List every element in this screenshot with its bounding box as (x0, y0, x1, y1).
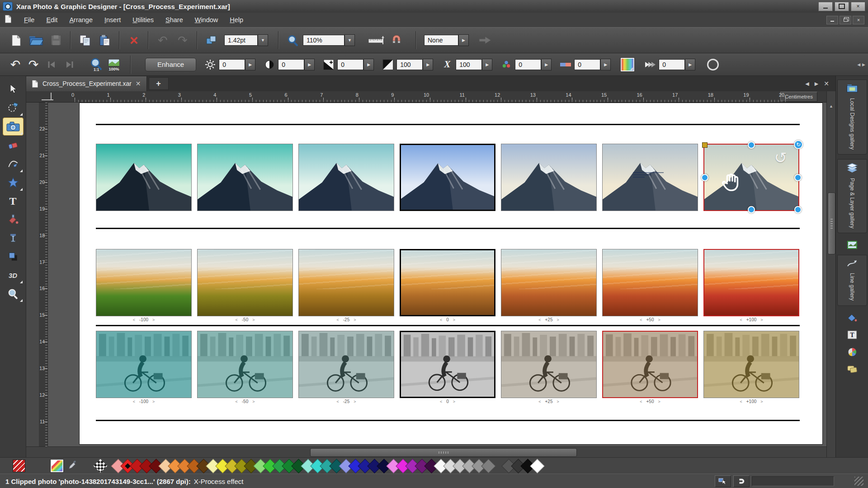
photo-gallery-icon[interactable] (843, 238, 861, 252)
thumbnail-mountain-5[interactable] (501, 144, 597, 211)
contrast-stepper-button[interactable]: ▶ (304, 59, 315, 70)
thumbnail-mountain-7[interactable]: ↻ ↺ (703, 144, 799, 211)
tool-quickshape-star[interactable] (3, 174, 23, 191)
redo-icon[interactable]: ↷ (173, 31, 193, 50)
step-label-sunset-2[interactable]: <-50> (197, 317, 293, 322)
open-folder-icon[interactable] (26, 31, 46, 50)
tab-line-gallery[interactable]: Line gallery (837, 255, 867, 305)
step-label-sunset-4[interactable]: <0> (400, 317, 495, 322)
toolbar-overflow-left-icon[interactable]: ◀ (857, 62, 860, 67)
step-label-sunset-7[interactable]: <+100> (703, 317, 799, 322)
sharpen-blur-field[interactable]: 0 ▶ (659, 59, 695, 70)
thumbnail-sunset-7[interactable] (703, 249, 799, 316)
saturation-value[interactable]: 100 (456, 59, 482, 70)
step-label-street-7[interactable]: <+100> (703, 399, 799, 404)
temperature-stepper-button[interactable]: ▶ (600, 59, 611, 70)
paste-format-icon[interactable] (202, 31, 222, 50)
step-label-sunset-6[interactable]: <+50> (602, 317, 698, 322)
rotate-handle-icon[interactable]: ↻ (794, 140, 803, 149)
color-balance-stepper-button[interactable]: ▶ (541, 59, 552, 70)
menu-insert[interactable]: Insert (99, 16, 127, 23)
step-label-street-6[interactable]: <+50> (602, 399, 698, 404)
thumbnail-sunset-5[interactable] (501, 249, 597, 316)
horizontal-scrollbar-thumb[interactable] (310, 448, 577, 457)
fill-gallery-icon[interactable] (843, 310, 861, 325)
feather-select[interactable]: None ▶ (424, 34, 469, 46)
divider-rule[interactable] (96, 228, 800, 229)
thumbnail-sunset-1[interactable] (96, 249, 192, 316)
selection-handle-e[interactable] (794, 174, 802, 181)
thumbnail-street-6[interactable] (602, 331, 698, 398)
menu-utilities[interactable]: Utilities (127, 16, 160, 23)
thumbnail-street-1[interactable] (96, 331, 192, 398)
thumbnail-mountain-6[interactable] (602, 144, 698, 211)
selection-handle-n[interactable] (748, 141, 755, 149)
sharpen-blur-value[interactable]: 0 (659, 59, 685, 70)
scroll-up-icon[interactable]: ▲ (829, 104, 833, 108)
divider-rule[interactable] (96, 420, 800, 421)
shadows-field[interactable]: 0 ▶ (337, 59, 374, 70)
divider-rule[interactable] (96, 124, 800, 125)
line-width-select[interactable]: 1.42pt ▼ (224, 34, 268, 46)
step-label-sunset-5[interactable]: <+25> (501, 317, 597, 322)
tool-3d-extrude[interactable]: 3D (3, 267, 23, 284)
no-color-swatch[interactable] (93, 458, 108, 474)
brightness-value[interactable]: 0 (219, 59, 245, 70)
menu-edit[interactable]: Edit (40, 16, 63, 23)
color-editor-icon[interactable] (51, 460, 63, 472)
brightness-stepper-button[interactable]: ▶ (245, 59, 255, 70)
saturation-field[interactable]: 100 ▶ (456, 59, 492, 70)
snap-magnet-icon[interactable] (387, 31, 406, 50)
tab-scroll-left-icon[interactable]: ◀ (805, 81, 809, 87)
swatch-39[interactable] (481, 459, 496, 474)
zoom-tool-icon[interactable] (283, 31, 303, 50)
toolbar-overflow-right-icon[interactable]: ▶ (862, 62, 865, 67)
step-label-sunset-3[interactable]: <-25> (298, 317, 394, 322)
tab-close-icon[interactable]: ✕ (136, 80, 141, 87)
paste-icon[interactable] (95, 31, 115, 50)
rotate-right-icon[interactable]: ↷ (24, 56, 42, 73)
tool-selector[interactable] (3, 80, 23, 98)
doc-restore-button[interactable] (840, 16, 851, 24)
copy-icon[interactable] (75, 31, 95, 50)
thumbnail-sunset-2[interactable] (197, 249, 293, 316)
fonts-gallery-icon[interactable]: T (843, 328, 861, 342)
tab-page-layer-gallery[interactable]: Page & Layer gallery (837, 159, 867, 233)
color-select-icon[interactable] (621, 58, 634, 71)
contrast-field[interactable]: 0 ▶ (278, 59, 315, 70)
step-label-street-5[interactable]: <+25> (501, 399, 597, 404)
menu-arrange[interactable]: Arrange (63, 16, 99, 23)
highlights-stepper-button[interactable]: ▶ (423, 59, 433, 70)
thumbnail-street-4[interactable] (400, 331, 495, 398)
tool-erase[interactable] (3, 137, 23, 154)
zoom-value[interactable]: 110% (303, 35, 344, 46)
menu-file[interactable]: File (18, 16, 40, 23)
tab-local-designs-gallery[interactable]: Local Designs gallery (837, 80, 867, 155)
line-width-value[interactable]: 1.42pt (224, 35, 258, 46)
new-tab-button[interactable]: + (149, 77, 169, 90)
swatch-43[interactable] (530, 459, 545, 474)
thumbnail-sunset-6[interactable] (602, 249, 698, 316)
new-document-icon[interactable] (6, 31, 26, 50)
saturation-stepper-button[interactable]: ▶ (482, 59, 492, 70)
thumbnail-street-7[interactable] (703, 331, 799, 398)
tool-text[interactable]: T (3, 192, 23, 210)
doc-minimize-button[interactable] (826, 16, 838, 24)
sharpen-blur-stepper-button[interactable]: ▶ (685, 59, 695, 70)
thumbnail-mountain-3[interactable] (298, 144, 394, 211)
clipart-gallery-icon[interactable] (843, 362, 861, 376)
feather-value[interactable]: None (424, 35, 458, 46)
eyedropper-icon[interactable] (68, 460, 78, 472)
live-drag-indicator-icon[interactable] (715, 475, 731, 487)
temperature-field[interactable]: 0 ▶ (574, 59, 611, 70)
line-width-dropdown-button[interactable]: ▼ (258, 34, 268, 46)
horizontal-ruler[interactable]: Centimetres 0123456789101112131415161718… (26, 91, 826, 103)
tool-fill[interactable] (3, 211, 23, 228)
horizontal-scrollbar[interactable] (26, 446, 826, 458)
tool-zoom[interactable] (3, 285, 23, 302)
thumbnail-sunset-3[interactable] (298, 249, 394, 316)
menu-window[interactable]: Window (189, 16, 224, 23)
tool-photo[interactable] (3, 117, 24, 136)
brightness-field[interactable]: 0 ▶ (219, 59, 255, 70)
zoom-100-icon[interactable]: 100% (105, 56, 123, 73)
